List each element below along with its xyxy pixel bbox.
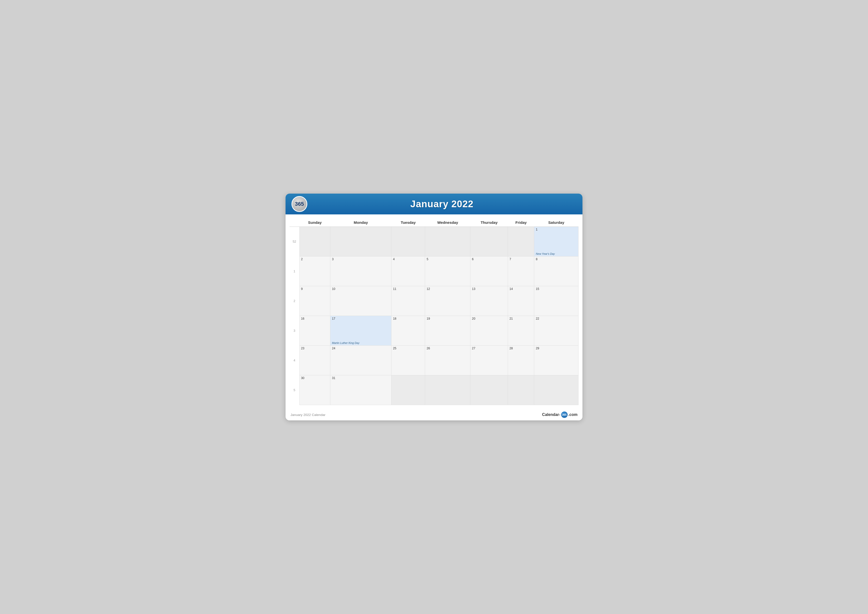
day-cell xyxy=(391,375,425,405)
day-cell xyxy=(470,375,508,405)
footer-right: Calendar- 365 .com xyxy=(542,412,578,418)
day-number: 23 xyxy=(301,347,329,350)
day-cell: 3 xyxy=(330,256,391,286)
day-cell: 26 xyxy=(425,346,470,375)
day-cell: 24 xyxy=(330,346,391,375)
day-cell: 4 xyxy=(391,256,425,286)
calendar-table: Sunday Monday Tuesday Wednesday Thursday… xyxy=(290,218,578,405)
week-num-52: 52 xyxy=(290,227,299,256)
col-saturday: Saturday xyxy=(534,218,578,227)
day-cell: 13 xyxy=(470,286,508,316)
col-monday: Monday xyxy=(330,218,391,227)
week-num-2: 2 xyxy=(290,286,299,316)
day-number: 27 xyxy=(472,347,506,350)
day-cell: 2 xyxy=(299,256,330,286)
logo-badge: 365 xyxy=(291,196,307,212)
day-number: 4 xyxy=(393,258,423,261)
footer-brand-post: .com xyxy=(568,412,578,417)
day-number: 19 xyxy=(426,317,469,320)
col-sunday: Sunday xyxy=(299,218,330,227)
calendar-title: January 2022 xyxy=(307,199,577,210)
day-cell: 21 xyxy=(508,316,534,346)
day-number: 2 xyxy=(301,258,329,261)
day-cell: 6 xyxy=(470,256,508,286)
day-number: 12 xyxy=(426,287,469,291)
day-cell: 20 xyxy=(470,316,508,346)
week-num-1: 1 xyxy=(290,256,299,286)
col-thursday: Thursday xyxy=(470,218,508,227)
calendar-body: Sunday Monday Tuesday Wednesday Thursday… xyxy=(285,215,583,409)
calendar-wrapper: 365 January 2022 Sunday Monday Tuesday W… xyxy=(285,194,583,420)
week-row-4: 423242526272829 xyxy=(290,346,578,375)
day-number: 22 xyxy=(536,317,577,320)
col-tuesday: Tuesday xyxy=(391,218,425,227)
day-cell: 5 xyxy=(425,256,470,286)
week-row-1: 12345678 xyxy=(290,256,578,286)
day-number: 3 xyxy=(332,258,390,261)
day-number: 25 xyxy=(393,347,423,350)
day-cell: 12 xyxy=(425,286,470,316)
day-number: 16 xyxy=(301,317,329,320)
day-cell: 9 xyxy=(299,286,330,316)
day-number: 24 xyxy=(332,347,390,350)
week-num-header xyxy=(290,218,299,227)
day-cell xyxy=(425,227,470,256)
week-row-3: 31617Martin Luther King Day1819202122 xyxy=(290,316,578,346)
day-number: 26 xyxy=(426,347,469,350)
day-number: 14 xyxy=(510,287,532,291)
day-cell: 17Martin Luther King Day xyxy=(330,316,391,346)
holiday-label: New Year's Day xyxy=(536,252,577,255)
day-cell: 19 xyxy=(425,316,470,346)
day-number: 20 xyxy=(472,317,506,320)
calendar-footer: January 2022 Calendar Calendar- 365 .com xyxy=(285,409,583,420)
day-number: 29 xyxy=(536,347,577,350)
day-cell: 1New Year's Day xyxy=(534,227,578,256)
day-number: 18 xyxy=(393,317,423,320)
day-cell xyxy=(508,375,534,405)
day-number: 9 xyxy=(301,287,329,291)
day-cell: 7 xyxy=(508,256,534,286)
day-cell xyxy=(391,227,425,256)
day-cell: 16 xyxy=(299,316,330,346)
day-number: 1 xyxy=(536,228,577,231)
day-cell: 28 xyxy=(508,346,534,375)
week-row-5: 53031 xyxy=(290,375,578,405)
holiday-label: Martin Luther King Day xyxy=(332,341,390,344)
week-row-2: 29101112131415 xyxy=(290,286,578,316)
day-number: 7 xyxy=(510,258,532,261)
day-cell: 30 xyxy=(299,375,330,405)
day-number: 21 xyxy=(510,317,532,320)
day-number: 17 xyxy=(332,317,390,320)
day-cell: 11 xyxy=(391,286,425,316)
day-number: 28 xyxy=(510,347,532,350)
day-number: 10 xyxy=(332,287,390,291)
logo-text: 365 xyxy=(295,201,304,207)
day-cell: 22 xyxy=(534,316,578,346)
week-num-5: 5 xyxy=(290,375,299,405)
day-number: 11 xyxy=(393,287,423,291)
day-cell: 23 xyxy=(299,346,330,375)
day-cell: 25 xyxy=(391,346,425,375)
week-num-3: 3 xyxy=(290,316,299,346)
day-number: 5 xyxy=(426,258,469,261)
day-number: 13 xyxy=(472,287,506,291)
day-cell xyxy=(508,227,534,256)
day-cell: 31 xyxy=(330,375,391,405)
day-number: 30 xyxy=(301,376,329,380)
week-num-4: 4 xyxy=(290,346,299,375)
day-cell: 10 xyxy=(330,286,391,316)
day-cell xyxy=(330,227,391,256)
day-cell xyxy=(470,227,508,256)
footer-brand-badge: 365 xyxy=(561,412,567,418)
day-cell: 27 xyxy=(470,346,508,375)
calendar-header: 365 January 2022 xyxy=(285,194,583,215)
day-number: 15 xyxy=(536,287,577,291)
col-friday: Friday xyxy=(508,218,534,227)
day-number: 31 xyxy=(332,376,390,380)
footer-left-text: January 2022 Calendar xyxy=(290,413,326,417)
day-number: 8 xyxy=(536,258,577,261)
day-cell: 18 xyxy=(391,316,425,346)
day-cell: 15 xyxy=(534,286,578,316)
day-cell: 8 xyxy=(534,256,578,286)
days-header-row: Sunday Monday Tuesday Wednesday Thursday… xyxy=(290,218,578,227)
